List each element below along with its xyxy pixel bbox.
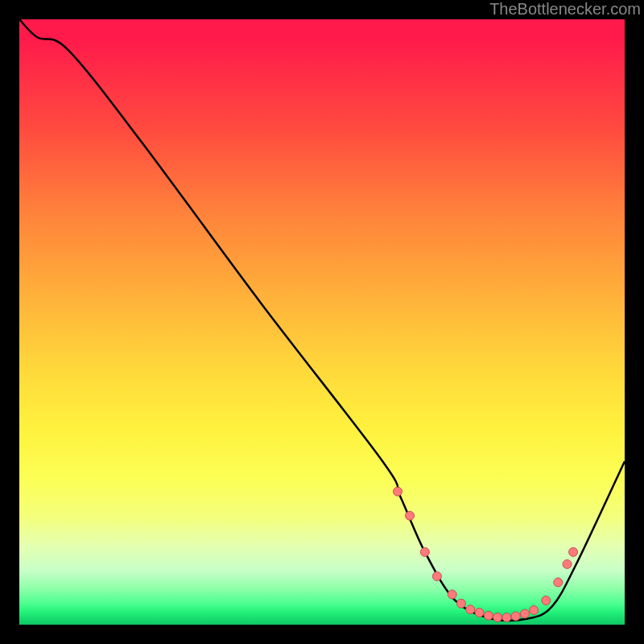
data-point bbox=[432, 572, 441, 580]
data-point bbox=[394, 487, 402, 496]
data-point bbox=[493, 613, 502, 621]
data-point bbox=[563, 559, 572, 568]
data-point bbox=[554, 578, 563, 587]
data-point bbox=[406, 511, 415, 520]
data-point bbox=[511, 612, 520, 621]
data-point bbox=[456, 599, 465, 608]
data-point bbox=[484, 611, 493, 620]
attribution-label: TheBottlenecker.com bbox=[489, 0, 641, 19]
curve-layer bbox=[19, 19, 625, 621]
data-point bbox=[542, 596, 551, 605]
data-point bbox=[466, 605, 475, 614]
data-point bbox=[530, 605, 539, 614]
data-point bbox=[569, 547, 578, 556]
chart-svg bbox=[19, 19, 625, 625]
data-point bbox=[475, 608, 484, 617]
data-point bbox=[420, 547, 429, 556]
data-point bbox=[520, 609, 529, 618]
plot-area bbox=[19, 19, 625, 625]
marker-layer bbox=[394, 487, 578, 621]
data-point bbox=[502, 613, 511, 621]
chart-frame bbox=[19, 19, 625, 625]
data-point bbox=[448, 590, 456, 599]
bottleneck-curve bbox=[19, 19, 625, 621]
